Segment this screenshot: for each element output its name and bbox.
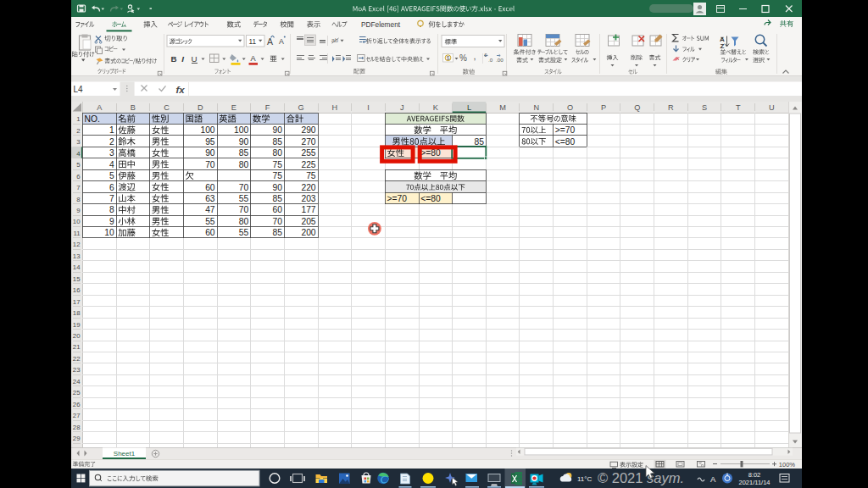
svg-text:24: 24 [73, 378, 81, 385]
svg-text:18: 18 [73, 309, 81, 317]
svg-text:19: 19 [73, 321, 81, 329]
svg-text:3: 3 [76, 138, 80, 146]
svg-text:0: 0 [485, 53, 487, 58]
svg-text:85: 85 [273, 137, 283, 147]
svg-text:2021/11/14: 2021/11/14 [739, 479, 771, 486]
svg-text:80: 80 [273, 148, 283, 158]
svg-text:1: 1 [76, 115, 80, 123]
svg-text:A: A [267, 36, 273, 47]
svg-text:Sheet1: Sheet1 [114, 450, 136, 458]
svg-text:<=80: <=80 [420, 194, 441, 203]
svg-text:4: 4 [109, 160, 114, 169]
svg-text:200: 200 [301, 228, 315, 237]
svg-text:A: A [250, 54, 256, 63]
svg-text:2: 2 [76, 127, 80, 135]
svg-text:70: 70 [273, 217, 283, 226]
svg-text:5: 5 [76, 161, 81, 169]
svg-text:55: 55 [205, 217, 215, 226]
svg-text:16: 16 [73, 286, 81, 294]
svg-text:>=70: >=70 [387, 194, 408, 203]
svg-text:225: 225 [301, 160, 315, 169]
svg-text:N: N [533, 103, 539, 112]
svg-text:80: 80 [239, 160, 249, 169]
svg-text:14: 14 [73, 263, 81, 271]
svg-text:,: , [473, 51, 476, 61]
svg-text:U: U [769, 103, 775, 112]
svg-text:P: P [601, 103, 606, 112]
svg-text:11: 11 [73, 230, 80, 237]
svg-text:95: 95 [205, 137, 215, 147]
svg-text:90: 90 [239, 137, 249, 147]
svg-text:8: 8 [76, 196, 80, 203]
svg-text:203: 203 [301, 194, 315, 203]
svg-text:75: 75 [273, 171, 283, 180]
svg-text:%: % [459, 53, 467, 63]
svg-text:100: 100 [200, 125, 214, 135]
svg-text:55: 55 [239, 228, 249, 237]
svg-text:U: U [191, 54, 197, 64]
svg-text:O: O [567, 103, 573, 112]
svg-text:<=80: <=80 [555, 137, 576, 147]
svg-text:H: H [331, 103, 337, 112]
svg-text:E: E [231, 103, 236, 112]
svg-text:90: 90 [205, 148, 215, 158]
svg-text:80: 80 [239, 217, 249, 226]
svg-text:90: 90 [273, 183, 283, 192]
svg-text:Q: Q [634, 103, 640, 112]
svg-text:6: 6 [76, 173, 80, 180]
svg-text:9: 9 [109, 217, 114, 226]
svg-text:L: L [467, 103, 471, 112]
svg-text:A: A [710, 474, 716, 484]
svg-text:23: 23 [73, 366, 81, 374]
svg-text:27: 27 [73, 412, 81, 419]
svg-text:10: 10 [73, 218, 81, 225]
svg-text:47: 47 [205, 205, 215, 214]
svg-text:I: I [181, 54, 184, 64]
svg-text:Z: Z [721, 42, 725, 50]
svg-text:290: 290 [301, 125, 315, 135]
svg-text:55: 55 [239, 194, 249, 203]
svg-text:7: 7 [109, 194, 114, 203]
svg-text:J: J [400, 103, 404, 112]
svg-text:.00: .00 [496, 57, 504, 63]
svg-text:C: C [164, 103, 170, 112]
svg-text:11: 11 [249, 38, 257, 46]
svg-text:PDFelement: PDFelement [361, 20, 401, 29]
svg-text:70: 70 [239, 205, 249, 214]
svg-text:A: A [279, 37, 284, 46]
svg-text:8:02: 8:02 [748, 471, 761, 479]
svg-text:220: 220 [301, 183, 315, 192]
svg-text:60: 60 [205, 183, 215, 192]
svg-text:F: F [265, 103, 270, 112]
svg-text:85: 85 [239, 148, 249, 158]
svg-text:S: S [702, 103, 707, 112]
svg-text:17: 17 [73, 298, 81, 306]
svg-text:R: R [668, 103, 674, 112]
svg-text:177: 177 [301, 205, 315, 214]
svg-text:4: 4 [76, 150, 81, 158]
svg-text:60: 60 [205, 228, 215, 237]
svg-text:70: 70 [239, 183, 249, 192]
svg-text:9: 9 [76, 207, 80, 214]
svg-text:$: $ [447, 55, 450, 61]
svg-text:© 2021 saym.: © 2021 saym. [598, 470, 684, 485]
svg-text:D: D [198, 103, 203, 112]
svg-text:3: 3 [109, 148, 114, 158]
svg-text:8: 8 [109, 205, 114, 214]
svg-text:M: M [499, 103, 506, 112]
svg-text:15: 15 [73, 275, 81, 283]
svg-text:NO.: NO. [85, 114, 100, 124]
svg-text:>=80: >=80 [420, 148, 441, 158]
svg-text:I: I [367, 103, 370, 112]
svg-text:100: 100 [234, 125, 248, 135]
svg-text:11°C: 11°C [577, 475, 593, 483]
svg-text:13: 13 [73, 252, 81, 260]
svg-text:12: 12 [73, 241, 81, 248]
svg-text:T: T [736, 103, 741, 112]
svg-text:90: 90 [273, 125, 283, 135]
svg-text:1: 1 [109, 125, 114, 135]
svg-text:70: 70 [205, 160, 215, 169]
svg-text:fx: fx [176, 85, 186, 95]
svg-text:270: 270 [301, 137, 315, 147]
svg-text:5: 5 [109, 171, 114, 180]
